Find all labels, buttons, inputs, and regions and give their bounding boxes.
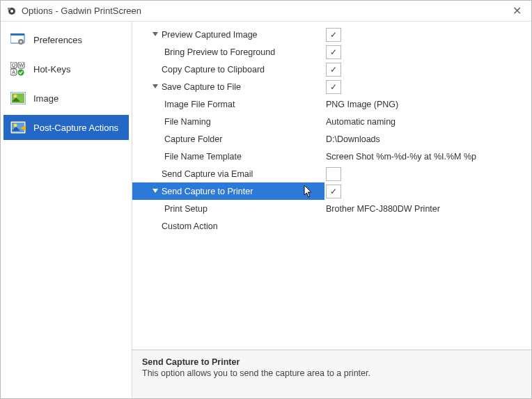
svg-point-2: [10, 10, 13, 13]
svg-point-6: [20, 41, 22, 43]
option-label: Bring Preview to Foreground: [164, 47, 275, 57]
window-body: Preferences QWA Hot-Keys Image Post-Capt…: [1, 22, 531, 398]
hotkeys-icon: QWA: [10, 62, 26, 76]
row-send-email[interactable]: Send Capture via Email: [132, 165, 531, 182]
sidebar: Preferences QWA Hot-Keys Image Post-Capt…: [1, 22, 132, 398]
sidebar-item-image[interactable]: Image: [3, 86, 129, 111]
option-label: File Name Template: [164, 152, 242, 162]
window-title: Options - Gadwin PrintScreen: [22, 6, 141, 16]
option-value: Automatic naming: [326, 117, 396, 127]
row-image-file-format[interactable]: Image File Format PNG Image (PNG): [132, 95, 531, 113]
post-capture-icon: [10, 120, 26, 134]
chevron-down-icon[interactable]: [150, 30, 160, 40]
option-label: Image File Format: [164, 100, 235, 109]
svg-rect-4: [10, 33, 24, 36]
row-copy-clipboard[interactable]: Copy Capture to Clipboard: [132, 61, 531, 78]
close-button[interactable]: ✕: [508, 3, 526, 19]
preferences-icon: [10, 33, 26, 47]
checkbox[interactable]: [326, 167, 341, 181]
checkbox[interactable]: [326, 63, 341, 77]
option-label: Capture Folder: [164, 134, 222, 144]
option-label: Custom Action: [162, 221, 218, 231]
titlebar: Options - Gadwin PrintScreen ✕: [1, 1, 531, 22]
option-label: Send Capture via Email: [162, 169, 253, 179]
checkbox[interactable]: [326, 80, 341, 94]
description-text: This option allows you to send the captu…: [142, 368, 522, 378]
checkbox[interactable]: [326, 28, 341, 42]
sidebar-item-label: Hot-Keys: [33, 64, 70, 75]
options-list: Preview Captured Image Bring Preview to …: [132, 22, 531, 350]
option-value: D:\Downloads: [326, 134, 380, 144]
option-label: Preview Captured Image: [162, 30, 258, 40]
options-window: Options - Gadwin PrintScreen ✕ Preferenc…: [0, 0, 532, 399]
option-value: Screen Shot %m-%d-%y at %I.%M %p: [326, 152, 476, 162]
option-label: Print Setup: [164, 204, 208, 214]
description-panel: Send Capture to Printer This option allo…: [132, 350, 531, 398]
sidebar-item-post-capture-actions[interactable]: Post-Capture Actions: [3, 115, 129, 140]
svg-rect-1: [8, 8, 10, 10]
main-panel: Preview Captured Image Bring Preview to …: [132, 22, 531, 398]
row-print-setup[interactable]: Print Setup Brother MFC-J880DW Printer: [132, 200, 531, 217]
row-file-naming[interactable]: File Naming Automatic naming: [132, 113, 531, 130]
option-value: PNG Image (PNG): [326, 100, 398, 109]
svg-text:Q: Q: [12, 63, 16, 68]
svg-point-19: [14, 124, 17, 127]
sidebar-item-hotkeys[interactable]: QWA Hot-Keys: [3, 56, 129, 81]
row-file-name-template[interactable]: File Name Template Screen Shot %m-%d-%y …: [132, 148, 531, 165]
sidebar-item-label: Post-Capture Actions: [33, 123, 118, 133]
svg-text:W: W: [19, 63, 24, 68]
row-send-printer[interactable]: Send Capture to Printer: [132, 182, 531, 200]
app-icon: [6, 6, 17, 17]
option-value: Brother MFC-J880DW Printer: [326, 204, 440, 214]
option-label: Save Capture to File: [162, 82, 241, 92]
option-label: Copy Capture to Clipboard: [162, 65, 265, 75]
description-title: Send Capture to Printer: [142, 357, 522, 367]
row-bring-preview-foreground[interactable]: Bring Preview to Foreground: [132, 43, 531, 61]
svg-text:A: A: [12, 70, 15, 75]
chevron-down-icon[interactable]: [150, 82, 160, 92]
row-save-to-file[interactable]: Save Capture to File: [132, 78, 531, 95]
chevron-down-icon[interactable]: [150, 187, 160, 196]
row-custom-action[interactable]: Custom Action: [132, 217, 531, 235]
sidebar-item-preferences[interactable]: Preferences: [3, 27, 129, 52]
sidebar-item-label: Image: [33, 93, 58, 104]
svg-point-16: [14, 95, 17, 98]
sidebar-item-label: Preferences: [33, 35, 82, 45]
option-label: File Naming: [164, 117, 211, 127]
checkbox[interactable]: [326, 45, 341, 59]
image-icon: [10, 91, 26, 105]
row-preview-captured-image[interactable]: Preview Captured Image: [132, 26, 531, 43]
checkbox[interactable]: [326, 185, 341, 198]
row-capture-folder[interactable]: Capture Folder D:\Downloads: [132, 130, 531, 148]
option-label: Send Capture to Printer: [162, 187, 253, 196]
cursor-icon: [304, 185, 313, 201]
